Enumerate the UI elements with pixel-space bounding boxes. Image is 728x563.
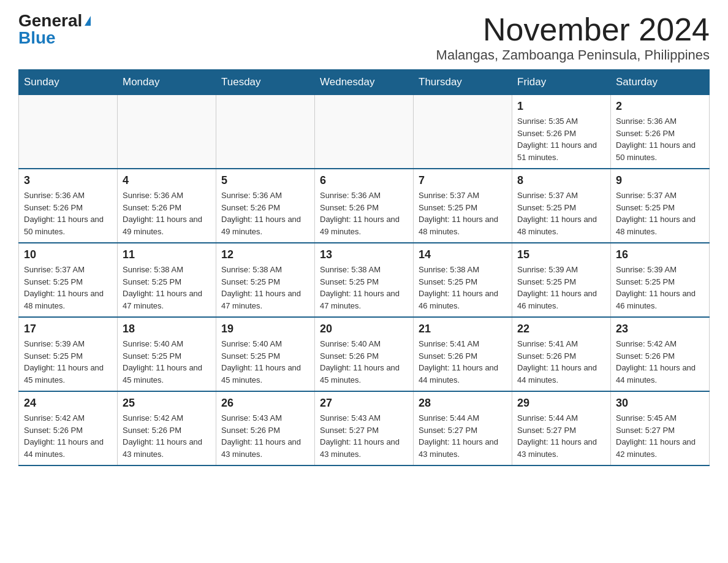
header-cell-tuesday: Tuesday <box>216 70 315 95</box>
day-info: Sunrise: 5:36 AM Sunset: 5:26 PM Dayligh… <box>616 115 704 163</box>
day-cell: 13Sunrise: 5:38 AM Sunset: 5:25 PM Dayli… <box>315 243 414 317</box>
day-cell: 28Sunrise: 5:44 AM Sunset: 5:27 PM Dayli… <box>414 391 512 465</box>
day-info: Sunrise: 5:42 AM Sunset: 5:26 PM Dayligh… <box>24 412 112 460</box>
day-number: 25 <box>123 397 211 410</box>
day-info: Sunrise: 5:37 AM Sunset: 5:25 PM Dayligh… <box>517 190 605 237</box>
day-number: 29 <box>517 397 605 410</box>
logo-general-text: General <box>18 12 82 29</box>
day-info: Sunrise: 5:39 AM Sunset: 5:25 PM Dayligh… <box>517 264 605 312</box>
day-cell: 20Sunrise: 5:40 AM Sunset: 5:26 PM Dayli… <box>315 317 414 391</box>
day-info: Sunrise: 5:42 AM Sunset: 5:26 PM Dayligh… <box>616 338 704 386</box>
day-cell: 30Sunrise: 5:45 AM Sunset: 5:27 PM Dayli… <box>611 391 710 465</box>
header-cell-friday: Friday <box>512 70 611 95</box>
day-cell: 7Sunrise: 5:37 AM Sunset: 5:25 PM Daylig… <box>414 169 512 243</box>
header-row: SundayMondayTuesdayWednesdayThursdayFrid… <box>19 70 710 95</box>
day-number: 15 <box>517 248 605 261</box>
day-cell: 19Sunrise: 5:40 AM Sunset: 5:25 PM Dayli… <box>216 317 315 391</box>
day-info: Sunrise: 5:38 AM Sunset: 5:25 PM Dayligh… <box>123 264 211 312</box>
day-info: Sunrise: 5:40 AM Sunset: 5:25 PM Dayligh… <box>221 338 309 386</box>
page-subtitle: Malangas, Zamboanga Peninsula, Philippin… <box>436 47 710 63</box>
day-cell <box>19 95 118 169</box>
day-number: 24 <box>24 397 112 410</box>
day-number: 30 <box>616 397 704 410</box>
day-cell: 22Sunrise: 5:41 AM Sunset: 5:26 PM Dayli… <box>512 317 611 391</box>
day-cell <box>315 95 414 169</box>
day-info: Sunrise: 5:39 AM Sunset: 5:25 PM Dayligh… <box>616 264 704 312</box>
day-cell: 8Sunrise: 5:37 AM Sunset: 5:25 PM Daylig… <box>512 169 611 243</box>
day-cell: 21Sunrise: 5:41 AM Sunset: 5:26 PM Dayli… <box>414 317 512 391</box>
day-info: Sunrise: 5:40 AM Sunset: 5:26 PM Dayligh… <box>320 338 408 386</box>
day-info: Sunrise: 5:36 AM Sunset: 5:26 PM Dayligh… <box>320 190 408 237</box>
day-number: 19 <box>221 323 309 335</box>
day-cell: 12Sunrise: 5:38 AM Sunset: 5:25 PM Dayli… <box>216 243 315 317</box>
week-row-2: 10Sunrise: 5:37 AM Sunset: 5:25 PM Dayli… <box>19 243 710 317</box>
header-cell-wednesday: Wednesday <box>315 70 414 95</box>
day-number: 8 <box>517 174 605 187</box>
day-cell: 1Sunrise: 5:35 AM Sunset: 5:26 PM Daylig… <box>512 95 611 169</box>
day-number: 2 <box>616 100 704 113</box>
day-cell: 26Sunrise: 5:43 AM Sunset: 5:26 PM Dayli… <box>216 391 315 465</box>
day-cell: 17Sunrise: 5:39 AM Sunset: 5:25 PM Dayli… <box>19 317 118 391</box>
day-number: 12 <box>221 248 309 261</box>
day-number: 10 <box>24 248 112 261</box>
day-cell <box>414 95 512 169</box>
day-cell: 23Sunrise: 5:42 AM Sunset: 5:26 PM Dayli… <box>611 317 710 391</box>
day-number: 28 <box>419 397 507 410</box>
day-cell: 14Sunrise: 5:38 AM Sunset: 5:25 PM Dayli… <box>414 243 512 317</box>
day-number: 22 <box>517 323 605 335</box>
logo-blue-text: Blue <box>18 29 56 47</box>
header: General Blue November 2024 Malangas, Zam… <box>18 12 710 63</box>
day-info: Sunrise: 5:36 AM Sunset: 5:26 PM Dayligh… <box>123 190 211 237</box>
calendar-table: SundayMondayTuesdayWednesdayThursdayFrid… <box>18 69 710 466</box>
day-number: 21 <box>419 323 507 335</box>
calendar-header: SundayMondayTuesdayWednesdayThursdayFrid… <box>19 70 710 95</box>
day-info: Sunrise: 5:41 AM Sunset: 5:26 PM Dayligh… <box>517 338 605 386</box>
day-number: 27 <box>320 397 408 410</box>
day-number: 4 <box>123 174 211 187</box>
calendar-body: 1Sunrise: 5:35 AM Sunset: 5:26 PM Daylig… <box>19 95 710 466</box>
day-info: Sunrise: 5:45 AM Sunset: 5:27 PM Dayligh… <box>616 412 704 460</box>
day-info: Sunrise: 5:37 AM Sunset: 5:25 PM Dayligh… <box>24 264 112 312</box>
logo-triangle-icon <box>85 16 91 26</box>
day-cell: 16Sunrise: 5:39 AM Sunset: 5:25 PM Dayli… <box>611 243 710 317</box>
day-number: 17 <box>24 323 112 335</box>
day-number: 13 <box>320 248 408 261</box>
day-cell: 2Sunrise: 5:36 AM Sunset: 5:26 PM Daylig… <box>611 95 710 169</box>
header-cell-monday: Monday <box>118 70 216 95</box>
day-info: Sunrise: 5:36 AM Sunset: 5:26 PM Dayligh… <box>221 190 309 237</box>
day-info: Sunrise: 5:44 AM Sunset: 5:27 PM Dayligh… <box>517 412 605 460</box>
day-number: 23 <box>616 323 704 335</box>
day-cell: 25Sunrise: 5:42 AM Sunset: 5:26 PM Dayli… <box>118 391 216 465</box>
day-info: Sunrise: 5:35 AM Sunset: 5:26 PM Dayligh… <box>517 115 605 163</box>
day-number: 9 <box>616 174 704 187</box>
day-cell: 24Sunrise: 5:42 AM Sunset: 5:26 PM Dayli… <box>19 391 118 465</box>
day-info: Sunrise: 5:40 AM Sunset: 5:25 PM Dayligh… <box>123 338 211 386</box>
day-info: Sunrise: 5:37 AM Sunset: 5:25 PM Dayligh… <box>616 190 704 237</box>
day-cell: 18Sunrise: 5:40 AM Sunset: 5:25 PM Dayli… <box>118 317 216 391</box>
day-cell: 4Sunrise: 5:36 AM Sunset: 5:26 PM Daylig… <box>118 169 216 243</box>
day-info: Sunrise: 5:36 AM Sunset: 5:26 PM Dayligh… <box>24 190 112 237</box>
logo: General Blue <box>18 12 91 47</box>
day-cell: 11Sunrise: 5:38 AM Sunset: 5:25 PM Dayli… <box>118 243 216 317</box>
day-info: Sunrise: 5:43 AM Sunset: 5:26 PM Dayligh… <box>221 412 309 460</box>
day-cell: 27Sunrise: 5:43 AM Sunset: 5:27 PM Dayli… <box>315 391 414 465</box>
day-info: Sunrise: 5:44 AM Sunset: 5:27 PM Dayligh… <box>419 412 507 460</box>
day-info: Sunrise: 5:42 AM Sunset: 5:26 PM Dayligh… <box>123 412 211 460</box>
day-info: Sunrise: 5:41 AM Sunset: 5:26 PM Dayligh… <box>419 338 507 386</box>
day-cell: 3Sunrise: 5:36 AM Sunset: 5:26 PM Daylig… <box>19 169 118 243</box>
week-row-4: 24Sunrise: 5:42 AM Sunset: 5:26 PM Dayli… <box>19 391 710 465</box>
header-cell-thursday: Thursday <box>414 70 512 95</box>
day-number: 18 <box>123 323 211 335</box>
day-number: 3 <box>24 174 112 187</box>
page-title: November 2024 <box>436 12 710 47</box>
day-cell <box>216 95 315 169</box>
day-number: 26 <box>221 397 309 410</box>
day-number: 5 <box>221 174 309 187</box>
day-cell: 6Sunrise: 5:36 AM Sunset: 5:26 PM Daylig… <box>315 169 414 243</box>
day-cell: 15Sunrise: 5:39 AM Sunset: 5:25 PM Dayli… <box>512 243 611 317</box>
day-number: 20 <box>320 323 408 335</box>
header-cell-sunday: Sunday <box>19 70 118 95</box>
day-cell <box>118 95 216 169</box>
day-cell: 29Sunrise: 5:44 AM Sunset: 5:27 PM Dayli… <box>512 391 611 465</box>
day-info: Sunrise: 5:43 AM Sunset: 5:27 PM Dayligh… <box>320 412 408 460</box>
